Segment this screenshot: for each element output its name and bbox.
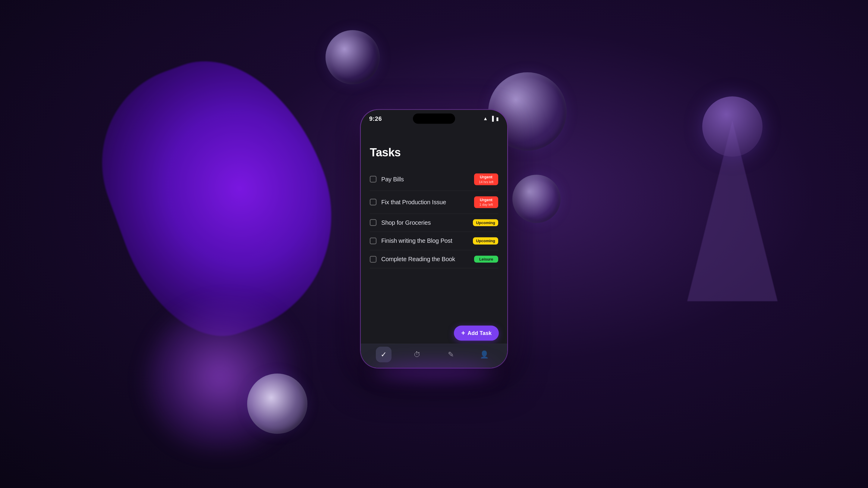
task-checkbox[interactable] <box>370 238 376 244</box>
task-checkbox[interactable] <box>370 219 376 226</box>
nav-item-edit[interactable]: ✎ <box>443 347 459 362</box>
task-badge-upcoming: Upcoming <box>473 237 498 245</box>
badge-label: Upcoming <box>476 238 495 243</box>
task-checkbox[interactable] <box>370 256 376 262</box>
task-name: Complete Reading the Book <box>381 256 455 263</box>
task-name: Fix that Production Issue <box>381 198 446 205</box>
task-badge-urgent: Urgent 1 day left <box>474 196 498 208</box>
status-time: 9:26 <box>369 115 382 122</box>
nav-item-timer[interactable]: ⏱ <box>409 347 425 362</box>
task-item[interactable]: Finish writing the Blog Post Upcoming <box>370 232 498 250</box>
app-content: Tasks Pay Bills Urgent 14 hrs left <box>361 125 507 278</box>
plus-icon: + <box>461 330 465 336</box>
decorative-bubble-4 <box>247 373 307 434</box>
decorative-crystal <box>657 90 808 301</box>
profile-nav-icon: 👤 <box>480 350 489 358</box>
task-left: Finish writing the Blog Post <box>370 237 473 244</box>
task-left: Fix that Production Issue <box>370 198 474 205</box>
task-item[interactable]: Fix that Production Issue Urgent 1 day l… <box>370 191 498 214</box>
badge-label: Leisure <box>479 257 493 262</box>
decorative-bubble-3 <box>513 175 561 223</box>
phone-frame: 9:26 ▲ ▐ ▮ Tasks Pay Bills <box>360 109 508 368</box>
phone-mockup: 9:26 ▲ ▐ ▮ Tasks Pay Bills <box>360 109 508 368</box>
edit-nav-icon: ✎ <box>448 350 454 358</box>
task-badge-upcoming: Upcoming <box>473 219 498 226</box>
dynamic-island <box>413 113 455 124</box>
signal-icon: ▐ <box>490 116 494 121</box>
add-task-button[interactable]: + Add Task <box>454 326 499 341</box>
task-item[interactable]: Pay Bills Urgent 14 hrs left <box>370 168 498 191</box>
badge-label: Urgent <box>480 175 493 180</box>
task-list: Pay Bills Urgent 14 hrs left Fix that Pr… <box>370 168 498 268</box>
tasks-nav-icon: ✓ <box>381 350 387 358</box>
task-left: Pay Bills <box>370 176 474 183</box>
task-badge-urgent: Urgent 14 hrs left <box>474 173 498 185</box>
wifi-icon: ▲ <box>483 116 488 121</box>
timer-nav-icon: ⏱ <box>413 350 421 358</box>
battery-icon: ▮ <box>496 116 499 121</box>
add-task-label: Add Task <box>467 330 492 336</box>
task-name: Pay Bills <box>381 176 404 183</box>
task-checkbox[interactable] <box>370 199 376 205</box>
nav-item-tasks[interactable]: ✓ <box>376 347 392 362</box>
task-left: Shop for Groceries <box>370 219 473 226</box>
badge-label: Urgent <box>480 198 493 202</box>
page-title: Tasks <box>370 146 498 159</box>
task-checkbox[interactable] <box>370 176 376 183</box>
task-item[interactable]: Shop for Groceries Upcoming <box>370 214 498 232</box>
task-badge-leisure: Leisure <box>474 256 498 263</box>
badge-sublabel: 14 hrs left <box>479 180 493 184</box>
status-icons: ▲ ▐ ▮ <box>483 116 499 121</box>
status-bar: 9:26 ▲ ▐ ▮ <box>361 110 507 125</box>
badge-sublabel: 1 day left <box>479 203 493 207</box>
phone-screen: 9:26 ▲ ▐ ▮ Tasks Pay Bills <box>361 110 507 368</box>
phone-shadow <box>374 362 494 381</box>
task-left: Complete Reading the Book <box>370 256 474 263</box>
task-item[interactable]: Complete Reading the Book Leisure <box>370 250 498 269</box>
nav-item-profile[interactable]: 👤 <box>476 347 492 362</box>
task-name: Finish writing the Blog Post <box>381 237 453 244</box>
decorative-bubble-1 <box>326 30 380 84</box>
task-name: Shop for Groceries <box>381 219 431 226</box>
badge-label: Upcoming <box>476 220 495 225</box>
